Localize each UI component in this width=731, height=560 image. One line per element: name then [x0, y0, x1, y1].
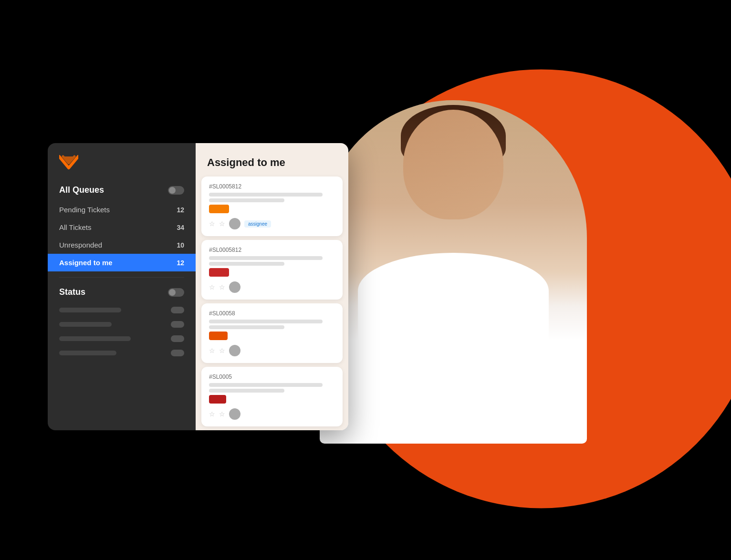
- status-bar-1: [59, 308, 121, 312]
- star-icon-1[interactable]: ☆: [209, 283, 215, 291]
- status-toggle-2[interactable]: [171, 321, 184, 328]
- sidebar-logo: [48, 155, 196, 181]
- ticket-status-badge: [209, 332, 228, 340]
- ticket-title-placeholder: [209, 193, 323, 197]
- status-toggle-3[interactable]: [171, 335, 184, 342]
- star-icon-2[interactable]: ☆: [219, 220, 225, 228]
- status-header[interactable]: Status: [48, 283, 196, 301]
- star-icon-2[interactable]: ☆: [219, 347, 225, 354]
- ticket-id: #SL0005812: [209, 183, 335, 190]
- assigned-label: Assigned to me: [59, 259, 175, 267]
- star-icon-2[interactable]: ☆: [219, 283, 225, 291]
- status-row-1: [48, 303, 196, 317]
- pending-label: Pending Tickets: [59, 206, 175, 214]
- ticket-title-placeholder: [209, 383, 323, 387]
- ticket-list-header: Assigned to me: [196, 143, 348, 176]
- star-icon-1[interactable]: ☆: [209, 410, 215, 418]
- sidebar-item-pending[interactable]: Pending Tickets 12: [48, 201, 196, 218]
- ticket-card[interactable]: #SL00058 ☆ ☆: [201, 303, 343, 363]
- avatar: [229, 281, 240, 293]
- ui-panel: All Queues Pending Tickets 12 All Ticket…: [48, 143, 348, 430]
- ticket-title-placeholder-short: [209, 389, 284, 393]
- ticket-status-badge: [209, 205, 229, 213]
- ticket-id: #SL0005: [209, 373, 335, 380]
- star-icon-1[interactable]: ☆: [209, 347, 215, 354]
- ticket-status-badge: [209, 395, 226, 404]
- sidebar: All Queues Pending Tickets 12 All Ticket…: [48, 143, 196, 430]
- ticket-title-placeholder: [209, 320, 323, 323]
- status-section: Status: [48, 283, 196, 360]
- ticket-footer: ☆ ☆ assignee: [209, 218, 335, 229]
- status-row-4: [48, 346, 196, 360]
- unresponded-count: 10: [175, 241, 184, 249]
- status-bar-3: [59, 336, 131, 341]
- ticket-card[interactable]: #SL0005 ☆ ☆: [201, 367, 343, 426]
- status-bar-2: [59, 322, 112, 327]
- ticket-id: #SL00058: [209, 310, 335, 317]
- all-tickets-label: All Tickets: [59, 223, 175, 231]
- sidebar-divider: [59, 277, 184, 278]
- ticket-list-panel: Assigned to me #SL0005812 ☆ ☆ assignee #…: [196, 143, 348, 430]
- status-row-3: [48, 332, 196, 346]
- avatar: [229, 408, 240, 420]
- assignee-badge: assignee: [244, 220, 271, 228]
- sidebar-item-assigned[interactable]: Assigned to me 12: [48, 254, 196, 271]
- sidebar-item-unresponded[interactable]: Unresponded 10: [48, 236, 196, 254]
- star-icon-2[interactable]: ☆: [219, 410, 225, 418]
- status-label: Status: [59, 287, 85, 297]
- ticket-id: #SL0005812: [209, 247, 335, 253]
- ticket-title-placeholder-short: [209, 198, 284, 202]
- ticket-card[interactable]: #SL0005812 ☆ ☆ assignee: [201, 176, 343, 236]
- scene: All Queues Pending Tickets 12 All Ticket…: [0, 0, 731, 560]
- ticket-title-placeholder-short: [209, 325, 284, 329]
- avatar: [229, 218, 240, 229]
- logo-icon: [59, 155, 78, 170]
- status-bar-4: [59, 351, 116, 355]
- sidebar-item-all[interactable]: All Tickets 34: [48, 218, 196, 236]
- status-toggle[interactable]: [168, 288, 184, 297]
- ticket-title-placeholder: [209, 256, 323, 260]
- star-icon-1[interactable]: ☆: [209, 220, 215, 228]
- all-queues-label: All Queues: [59, 185, 104, 195]
- ticket-card[interactable]: #SL0005812 ☆ ☆: [201, 240, 343, 300]
- avatar: [229, 345, 240, 356]
- ticket-status-badge: [209, 268, 229, 277]
- status-toggle-4[interactable]: [171, 350, 184, 356]
- ticket-footer: ☆ ☆: [209, 345, 335, 356]
- unresponded-label: Unresponded: [59, 241, 175, 249]
- person-image: [310, 86, 596, 444]
- ticket-footer: ☆ ☆: [209, 408, 335, 420]
- assigned-count: 12: [175, 259, 184, 267]
- all-tickets-count: 34: [175, 224, 184, 231]
- status-row-2: [48, 317, 196, 332]
- pending-count: 12: [175, 206, 184, 214]
- ticket-title-placeholder-short: [209, 262, 284, 266]
- all-queues-toggle[interactable]: [168, 186, 184, 195]
- status-toggle-1[interactable]: [171, 307, 184, 313]
- all-queues-header[interactable]: All Queues: [48, 181, 196, 199]
- ticket-footer: ☆ ☆: [209, 281, 335, 293]
